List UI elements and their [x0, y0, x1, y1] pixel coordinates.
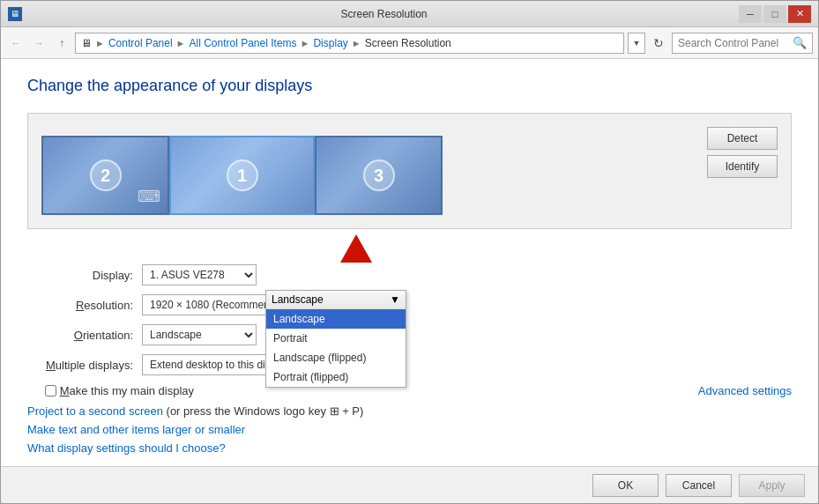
- up-arrow-shape: [340, 234, 372, 263]
- page-title: Change the appearance of your displays: [27, 77, 792, 95]
- displays-wrapper: 2 ⌨ 1 3 Detect Identify: [27, 113, 792, 229]
- orientation-option-landscape[interactable]: Landscape: [266, 309, 406, 329]
- detect-identify-buttons: Detect Identify: [707, 127, 778, 178]
- apply-button[interactable]: Apply: [739, 474, 805, 497]
- orientation-control: Landscape: [142, 324, 257, 345]
- content-area: Change the appearance of your displays 2…: [1, 59, 818, 466]
- window: 🖥 Screen Resolution ─ □ ✕ ← → ↑ 🖥 ► Cont…: [0, 0, 819, 504]
- displays-container: 2 ⌨ 1 3 Detect Identify: [27, 113, 792, 229]
- main-display-label: Make this my main display: [56, 384, 194, 397]
- forward-button[interactable]: →: [29, 33, 48, 53]
- back-button[interactable]: ←: [6, 33, 26, 53]
- checkbox-row: Make this my main display Advanced setti…: [27, 384, 792, 397]
- window-icon: 🖥: [8, 7, 22, 21]
- checkbox-container: Make this my main display: [27, 384, 194, 397]
- monitor-3-number: 3: [363, 159, 395, 191]
- orientation-popup-header: Landscape ▼: [266, 291, 406, 309]
- breadcrumb-display[interactable]: Display: [313, 37, 347, 49]
- main-display-checkbox[interactable]: [45, 385, 56, 397]
- text-size-link-row: Make text and other items larger or smal…: [27, 423, 792, 436]
- orientation-option-landscape-flipped[interactable]: Landscape (flipped): [266, 348, 406, 367]
- resolution-label: Resolution:: [27, 299, 142, 312]
- display-monitors: 2 ⌨ 1 3: [41, 127, 694, 215]
- display-control: 1. ASUS VE278: [142, 264, 257, 285]
- display-row: Display: 1. ASUS VE278: [27, 264, 792, 285]
- close-button[interactable]: ✕: [788, 5, 811, 23]
- monitor-3[interactable]: 3: [315, 136, 443, 215]
- search-icon[interactable]: 🔍: [793, 36, 807, 49]
- resolution-label-text: Resolution:: [76, 299, 133, 312]
- breadcrumb-icon: 🖥: [81, 37, 92, 49]
- multiple-displays-row: Multiple displays: Extend desktop to thi…: [27, 354, 792, 375]
- address-bar: ← → ↑ 🖥 ► Control Panel ► All Control Pa…: [1, 27, 818, 59]
- breadcrumb-screenres: Screen Resolution: [365, 37, 451, 49]
- orientation-option-portrait[interactable]: Portrait: [266, 329, 406, 348]
- breadcrumb-allitems[interactable]: All Control Panel Items: [190, 37, 297, 49]
- orientation-option-portrait-flipped[interactable]: Portrait (flipped): [266, 367, 406, 387]
- address-dropdown[interactable]: ▼: [628, 33, 645, 54]
- orientation-label: Orientation:: [27, 329, 142, 342]
- bottom-bar: OK Cancel Apply: [1, 466, 818, 503]
- monitor-2[interactable]: 2 ⌨: [41, 136, 169, 215]
- search-box: 🔍: [672, 33, 813, 54]
- orientation-label-text: Orientation:: [74, 329, 133, 342]
- orientation-select[interactable]: Landscape: [142, 324, 257, 345]
- maximize-button[interactable]: □: [763, 5, 786, 23]
- window-controls: ─ □ ✕: [739, 5, 811, 23]
- ok-button[interactable]: OK: [592, 474, 659, 497]
- project-link[interactable]: Project to a second screen: [27, 404, 163, 418]
- resolution-row: Resolution: 1920 × 1080 (Recommended) La…: [27, 294, 792, 315]
- up-button[interactable]: ↑: [52, 33, 71, 53]
- display-settings-link-row: What display settings should I choose?: [27, 441, 792, 455]
- display-settings-link[interactable]: What display settings should I choose?: [27, 441, 226, 455]
- minimize-button[interactable]: ─: [739, 5, 762, 23]
- resolution-control: 1920 × 1080 (Recommended) Landscape ▼ La…: [142, 294, 318, 315]
- display-label: Display:: [27, 269, 142, 282]
- address-path: 🖥 ► Control Panel ► All Control Panel It…: [75, 33, 624, 54]
- cancel-button[interactable]: Cancel: [666, 474, 732, 497]
- windows-key-icon: ⊞: [330, 404, 339, 418]
- project-link-suffix: (or press the Windows logo key: [167, 404, 330, 418]
- text-size-link[interactable]: Make text and other items larger or smal…: [27, 423, 245, 436]
- display-select[interactable]: 1. ASUS VE278: [142, 264, 257, 285]
- monitor-2-icon: ⌨: [138, 187, 160, 206]
- monitor-2-number: 2: [90, 159, 122, 191]
- project-link-suffix2: + P): [342, 404, 363, 418]
- title-bar: 🖥 Screen Resolution ─ □ ✕: [1, 1, 818, 27]
- up-arrow-indicator: [340, 234, 372, 263]
- advanced-settings-link[interactable]: Advanced settings: [698, 384, 792, 397]
- form-area: Display: 1. ASUS VE278 Resolution: 1920 …: [27, 264, 792, 455]
- search-input[interactable]: [678, 37, 789, 49]
- multiple-displays-label: Multiple displays:: [27, 359, 142, 372]
- orientation-row: Orientation: Landscape: [27, 324, 792, 345]
- identify-button[interactable]: Identify: [707, 155, 778, 178]
- project-link-row: Project to a second screen (or press the…: [27, 404, 792, 418]
- refresh-button[interactable]: ↻: [649, 33, 668, 53]
- multiple-displays-label-text: Multiple displays:: [46, 359, 133, 372]
- breadcrumb-controlpanel[interactable]: Control Panel: [108, 37, 173, 49]
- orientation-popup: Landscape ▼ Landscape Portrait Landscape…: [265, 290, 406, 388]
- monitor-1[interactable]: 1: [169, 136, 315, 215]
- monitor-1-number: 1: [227, 159, 258, 191]
- orientation-popup-title: Landscape: [272, 293, 324, 306]
- orientation-popup-dropdown-icon: ▼: [390, 293, 400, 306]
- detect-button[interactable]: Detect: [707, 127, 778, 150]
- window-title: Screen Resolution: [29, 8, 739, 20]
